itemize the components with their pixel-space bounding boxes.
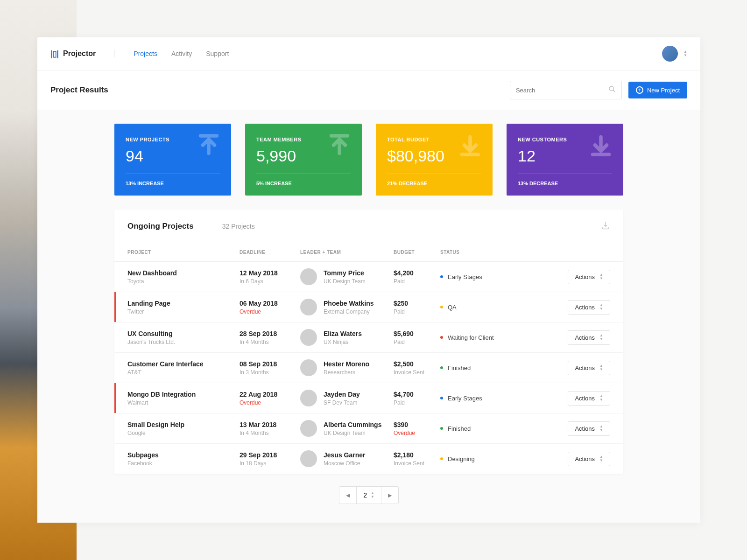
table-row[interactable]: New Dashboard Toyota 12 May 2018 In 6 Da… [114, 262, 623, 292]
stat-card-purple[interactable]: NEW CUSTOMERS 12 13% DECREASE [507, 124, 623, 196]
download-icon[interactable] [601, 221, 610, 232]
actions-button[interactable]: Actions ▲▼ [568, 361, 610, 375]
team-name: UK Design Team [324, 430, 381, 436]
team-name: Moscow Office [324, 460, 366, 467]
deadline-due: In 18 Days [240, 460, 300, 467]
nav-activity[interactable]: Activity [171, 50, 192, 57]
status-dot [440, 336, 443, 339]
stat-card-blue[interactable]: NEW PROJECTS 94 13% INCREASE [114, 124, 231, 196]
status-text: Early Stages [448, 395, 482, 402]
chevron-updown-icon: ▲▼ [599, 425, 603, 432]
deadline-due: Overdue [240, 399, 300, 406]
new-project-button[interactable]: + New Project [628, 82, 687, 98]
projects-panel: Ongoing Projects 32 Projects PROJECT DEA… [114, 210, 623, 474]
chevron-updown-icon: ▲▼ [599, 334, 603, 341]
budget-amount: $4,200 [394, 269, 440, 277]
card-delta: 13% INCREASE [126, 181, 220, 186]
leader-name: Alberta Cummings [324, 421, 381, 428]
deadline-date: 28 Sep 2018 [240, 330, 300, 337]
actions-button[interactable]: Actions ▲▼ [568, 330, 610, 345]
team-name: Researchers [324, 369, 369, 376]
col-status: STATUS [440, 250, 534, 255]
project-client: Google [127, 430, 240, 436]
col-deadline: DEADLINE [240, 250, 300, 255]
table-row[interactable]: Subpages Facebook 29 Sep 2018 In 18 Days… [114, 444, 623, 474]
main-content: NEW PROJECTS 94 13% INCREASE TEAM MEMBER… [37, 110, 700, 523]
page-current[interactable]: 2 ▲▼ [356, 487, 381, 504]
col-project: PROJECT [127, 250, 240, 255]
status-text: Waiting for Client [448, 334, 494, 341]
logo-icon: |▯| [50, 49, 58, 59]
page-prev-button[interactable]: ◀ [339, 487, 356, 504]
search-input[interactable] [516, 87, 608, 94]
deadline-due: In 4 Months [240, 430, 300, 436]
user-avatar[interactable] [662, 46, 678, 62]
budget-amount: $5,690 [394, 330, 440, 337]
actions-button[interactable]: Actions ▲▼ [568, 300, 610, 315]
nav-support[interactable]: Support [206, 50, 229, 57]
status-text: QA [448, 304, 457, 311]
table-row[interactable]: Mongo DB Integration Walmart 22 Aug 2018… [114, 383, 623, 413]
budget-status: Invoice Sent [394, 369, 440, 376]
table-row[interactable]: Customer Care Interface AT&T 08 Sep 2018… [114, 353, 623, 383]
logo[interactable]: |▯| Projector [50, 49, 96, 59]
status-text: Finished [448, 425, 471, 432]
project-client: Toyota [127, 278, 240, 285]
table-row[interactable]: Small Design Help Google 13 Mar 2018 In … [114, 413, 623, 444]
team-name: External Company [324, 308, 374, 315]
trend-down-icon [456, 131, 484, 159]
chevron-updown-icon[interactable]: ▲▼ [684, 50, 687, 57]
leader-avatar [300, 450, 317, 467]
leader-name: Hester Moreno [324, 360, 369, 368]
svg-point-0 [609, 86, 613, 91]
leader-name: Eliza Waters [324, 330, 362, 337]
trend-down-icon [587, 131, 615, 159]
leader-name: Jayden Day [324, 391, 360, 398]
brand-name: Projector [63, 49, 96, 58]
status-dot [440, 366, 443, 369]
sub-bar: Project Results + New Project [37, 70, 700, 110]
leader-avatar [300, 299, 317, 315]
project-client: AT&T [127, 369, 240, 376]
deadline-date: 13 Mar 2018 [240, 421, 300, 428]
plus-icon: + [636, 86, 643, 94]
budget-amount: $2,180 [394, 451, 440, 459]
team-name: SF Dev Team [324, 399, 360, 406]
search-icon [608, 85, 616, 95]
budget-status: Paid [394, 278, 440, 285]
trend-up-icon [195, 131, 223, 159]
table-row[interactable]: UX Consulting Jason's Trucks Ltd. 28 Sep… [114, 322, 623, 353]
stat-card-orange[interactable]: TOTAL BUDGET $80,980 21% DECREASE [376, 124, 493, 196]
status-text: Finished [448, 364, 471, 371]
leader-avatar [300, 420, 317, 437]
nav-projects[interactable]: Projects [134, 50, 157, 57]
card-delta: 5% INCREASE [256, 181, 351, 186]
project-title: New Dashboard [127, 269, 240, 277]
page-next-button[interactable]: ▶ [381, 487, 398, 504]
leader-avatar [300, 359, 317, 376]
status-dot [440, 275, 443, 278]
deadline-due: Overdue [240, 308, 300, 315]
panel-header: Ongoing Projects 32 Projects [114, 210, 623, 243]
panel-count: 32 Projects [208, 223, 255, 230]
leader-name: Tommy Price [324, 269, 366, 277]
actions-button[interactable]: Actions ▲▼ [568, 421, 610, 436]
top-nav: |▯| Projector Projects Activity Support … [37, 37, 700, 70]
actions-button[interactable]: Actions ▲▼ [568, 270, 610, 284]
actions-button[interactable]: Actions ▲▼ [568, 391, 610, 406]
status-dot [440, 397, 443, 399]
project-client: Twitter [127, 308, 240, 315]
stat-card-green[interactable]: TEAM MEMBERS 5,990 5% INCREASE [245, 124, 362, 196]
app-window: |▯| Projector Projects Activity Support … [37, 37, 700, 523]
chevron-updown-icon: ▲▼ [599, 455, 603, 462]
table-header: PROJECT DEADLINE LEADER + TEAM BUDGET ST… [114, 243, 623, 262]
actions-button[interactable]: Actions ▲▼ [568, 452, 610, 466]
status-text: Early Stages [448, 273, 482, 280]
chevron-updown-icon: ▲▼ [599, 273, 603, 280]
budget-amount: $390 [394, 421, 440, 428]
project-client: Facebook [127, 460, 240, 467]
table-row[interactable]: Landing Page Twitter 06 May 2018 Overdue… [114, 292, 623, 322]
search-box[interactable] [510, 81, 622, 99]
chevron-updown-icon: ▲▼ [599, 304, 603, 310]
leader-name: Phoebe Watkins [324, 300, 374, 307]
